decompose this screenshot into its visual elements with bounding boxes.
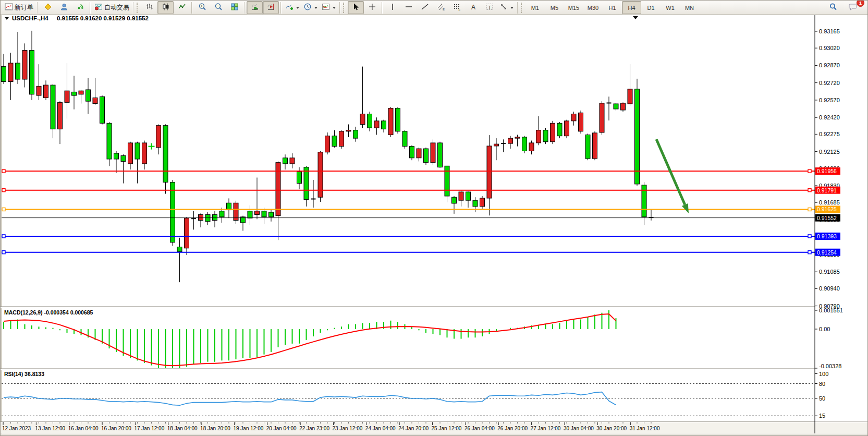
time-label: 30 Jan 04:00 [564, 426, 594, 431]
tile-windows-button[interactable] [226, 1, 242, 14]
time-label: 23 Jan 12:00 [333, 426, 363, 431]
svg-text:F: F [458, 8, 460, 11]
candle-bearish [585, 135, 590, 159]
label-button[interactable]: T [481, 1, 497, 14]
chevron-down-icon[interactable] [296, 7, 299, 9]
svg-text:T: T [488, 5, 491, 10]
time-label: 13 Jan 12:00 [35, 426, 65, 431]
trendline-button[interactable] [417, 1, 433, 14]
candle-bullish [58, 102, 63, 129]
toolbar-drag-handle[interactable] [521, 3, 523, 13]
tile-windows-icon [230, 3, 239, 13]
time-label: 24 Jan 20:00 [398, 426, 429, 431]
timeframe-m30-button[interactable]: M30 [583, 1, 603, 14]
main-toolbar: 新订单自动交易EFATM1M5M15M30H1H4D1W1MN1 [1, 1, 867, 15]
new-order-button[interactable]: 新订单 [3, 1, 35, 14]
bar-chart-button[interactable] [141, 1, 157, 14]
candle-bearish [135, 143, 140, 159]
chart-shift-button[interactable] [263, 1, 279, 14]
toolbar-separator [382, 2, 383, 14]
hline-handle[interactable] [808, 251, 811, 254]
toolbar-drag-handle[interactable] [343, 3, 346, 13]
profile-button[interactable] [56, 1, 72, 14]
channel-button[interactable]: E [433, 1, 449, 14]
candle-bullish [199, 214, 203, 220]
timeframe-mn-button[interactable]: MN [680, 1, 699, 14]
hline-handle[interactable] [2, 169, 5, 173]
notification-badge: 1 [857, 0, 864, 7]
hline-handle[interactable] [808, 208, 811, 211]
search-button[interactable] [825, 1, 841, 14]
auto-scroll-button[interactable] [247, 1, 263, 14]
candle-bearish [219, 211, 224, 217]
text-button[interactable]: A [465, 1, 481, 14]
time-label: 17 Jan 12:00 [134, 426, 164, 431]
candle-bullish [36, 86, 41, 95]
candle-bullish [571, 114, 576, 121]
candle-bearish [2, 67, 6, 82]
hline-handle[interactable] [2, 189, 5, 192]
zoom-in-button[interactable] [194, 1, 210, 14]
hline-handle[interactable] [808, 189, 811, 192]
candle-bearish [248, 211, 252, 218]
hline-handle[interactable] [2, 251, 5, 254]
candle-bullish [529, 143, 534, 151]
hline-handle[interactable] [808, 235, 811, 238]
price-badge-label: 0.91625 [817, 206, 837, 212]
line-chart-button[interactable] [174, 1, 190, 14]
trendline-icon [421, 3, 429, 13]
candle-bullish [593, 133, 597, 159]
fibonacci-button[interactable]: F [449, 1, 465, 14]
autotrading-button[interactable]: 自动交易 [92, 1, 131, 14]
periods-button[interactable] [301, 1, 320, 14]
chart-title: USDCHF-,H4 [12, 15, 48, 21]
timeframe-m1-button[interactable]: M1 [525, 1, 545, 14]
candle-bullish [628, 89, 632, 104]
crosshair-button[interactable] [364, 1, 380, 14]
profile-icon [60, 3, 68, 13]
chevron-down-icon[interactable] [314, 7, 317, 9]
signals-button[interactable] [72, 1, 88, 14]
candle-bullish [128, 143, 133, 164]
timeframe-m5-button[interactable]: M5 [545, 1, 564, 14]
candlestick-chart-button[interactable] [157, 1, 174, 14]
candle-bearish [213, 214, 217, 220]
candle-bearish [396, 108, 400, 131]
candle-bullish [508, 138, 513, 143]
timeframe-m15-button[interactable]: M15 [564, 1, 583, 14]
vline-icon [388, 3, 397, 13]
price-tick-label: 0.92420 [819, 114, 840, 120]
rsi-tick-label: 80 [819, 381, 825, 387]
candle-bullish [515, 137, 520, 138]
toolbar-separator [339, 2, 340, 14]
templates-button[interactable] [320, 1, 338, 14]
timeframe-h1-button[interactable]: H1 [603, 1, 622, 14]
hline-handle[interactable] [2, 235, 5, 238]
chevron-down-icon[interactable] [333, 7, 336, 9]
rsi-tick-label: 50 [819, 395, 825, 402]
price-badge-label: 0.91254 [817, 249, 837, 256]
hline-handle[interactable] [808, 169, 811, 173]
zoom-out-button[interactable] [210, 1, 226, 14]
cursor-button[interactable] [348, 1, 364, 14]
timeframe-h4-button[interactable]: H4 [622, 1, 641, 14]
hline-handle[interactable] [2, 208, 5, 211]
arrows-button[interactable] [497, 1, 516, 14]
chevron-down-icon[interactable] [510, 7, 514, 9]
gold-button[interactable] [40, 1, 56, 14]
time-label: 12 Jan 2023 [2, 426, 31, 431]
autotrading-button-label: 自动交易 [104, 3, 129, 12]
timeframe-d1-button[interactable]: D1 [641, 1, 661, 14]
rsi-tick-label: 15 [819, 413, 825, 419]
hline-button[interactable] [400, 1, 417, 14]
toolbar-drag-handle[interactable] [137, 3, 139, 13]
candle-bearish [635, 89, 640, 184]
autotrade-icon [94, 3, 103, 13]
candle-bullish [185, 218, 189, 248]
indicators-button[interactable] [283, 1, 301, 14]
vline-button[interactable] [384, 1, 400, 14]
candle-bullish [579, 113, 583, 131]
timeframe-w1-button[interactable]: W1 [661, 1, 680, 14]
candle-bullish [93, 98, 97, 103]
candle-bearish [445, 166, 449, 196]
